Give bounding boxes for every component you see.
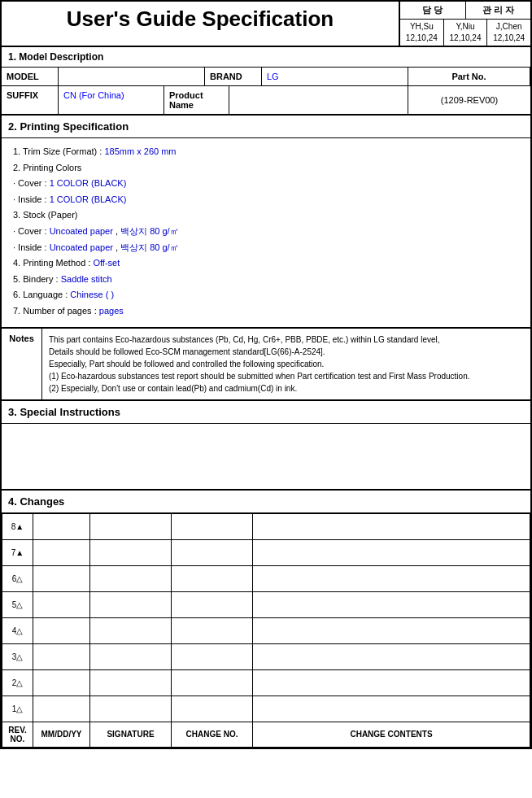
rev-cell: 7▲ — [2, 539, 33, 565]
person3-cell: J,Chen 12,10,24 — [487, 20, 530, 46]
item2b: · Inside : 1 COLOR (BLACK) — [13, 193, 519, 207]
date-cell — [33, 539, 90, 565]
date-cell — [33, 513, 90, 539]
header-right-top: 담 당 관 리 자 — [400, 2, 530, 20]
chgno-cell — [172, 591, 253, 617]
footer-contents: CHANGE CONTENTS — [253, 722, 530, 747]
item3a: · Cover : Uncoated paper , 백상지 80 g/㎡ — [13, 225, 519, 239]
footer-rev: REV. NO. — [2, 722, 33, 747]
brand-value: LG — [262, 68, 408, 85]
sig-cell — [90, 591, 172, 617]
chgno-cell — [172, 539, 253, 565]
item1: 1. Trim Size (Format) : 185mm x 260 mm — [13, 145, 519, 159]
person3-date: 12,10,24 — [493, 33, 525, 42]
contents-cell — [253, 696, 530, 722]
section3-header: 3. Special Instructions — [2, 401, 530, 424]
person1-name: YH,Su — [410, 22, 434, 31]
brand-label: BRAND — [205, 68, 262, 85]
notes-line2: Details should be followed Eco-SCM manag… — [49, 346, 524, 358]
changes-row-7: 1△ — [2, 696, 530, 722]
changes-table: 8▲ 7▲ 6△ 5△ 4△ — [2, 513, 530, 748]
rev-cell: 6△ — [2, 565, 33, 591]
section3-content — [2, 424, 530, 489]
item3b: · Inside : Uncoated paper , 백상지 80 g/㎡ — [13, 241, 519, 255]
sig-cell — [90, 565, 172, 591]
footer-date: MM/DD/YY — [33, 722, 90, 747]
changes-row-1: 7▲ — [2, 539, 530, 565]
document-title: User's Guide Specification — [10, 7, 390, 32]
rev-cell: 5△ — [2, 591, 33, 617]
contents-cell — [253, 669, 530, 696]
footer-change-no: CHANGE NO. — [172, 722, 253, 747]
sig-cell — [90, 617, 172, 643]
notes-line5: (2) Especially, Don't use or contain lea… — [49, 382, 524, 395]
sig-cell — [90, 696, 172, 722]
section2: 2. Printing Specification 1. Trim Size (… — [2, 116, 530, 329]
sig-cell — [90, 513, 172, 539]
section4-header: 4. Changes — [2, 491, 530, 513]
date-cell — [33, 591, 90, 617]
person2-date: 12,10,24 — [450, 33, 482, 42]
changes-row-4: 4△ — [2, 617, 530, 643]
part-no-label: Part No. — [408, 68, 530, 85]
item5: 5. Bindery : Saddle stitch — [13, 273, 519, 287]
notes-line3: Especially, Part should be followed and … — [49, 358, 524, 370]
section1: 1. Model Description MODEL BRAND LG Part… — [2, 47, 530, 116]
item6: 6. Language : Chinese ( ) — [13, 288, 519, 303]
chgno-cell — [172, 565, 253, 591]
date-cell — [33, 617, 90, 643]
date-cell — [33, 643, 90, 669]
sig-cell — [90, 539, 172, 565]
chgno-cell — [172, 696, 253, 722]
sig-cell — [90, 643, 172, 669]
rev-cell: 3△ — [2, 643, 33, 669]
section2-content: 1. Trim Size (Format) : 185mm x 260 mm 2… — [2, 138, 530, 327]
col2-label: 관 리 자 — [466, 2, 531, 19]
col1-label: 담 당 — [400, 2, 466, 19]
date-cell — [33, 669, 90, 696]
person3-name: J,Chen — [496, 22, 522, 31]
model-bottom-row: SUFFIX CN (For China) Product Name (1209… — [2, 86, 530, 114]
contents-cell — [253, 643, 530, 669]
contents-cell — [253, 539, 530, 565]
chgno-cell — [172, 643, 253, 669]
model-label: MODEL — [2, 68, 59, 85]
header-right: 담 당 관 리 자 YH,Su 12,10,24 Y,Niu 12,10,24 … — [400, 2, 530, 46]
changes-row-0: 8▲ — [2, 513, 530, 539]
person2-cell: Y,Niu 12,10,24 — [444, 20, 488, 46]
product-name-label: Product Name — [164, 86, 229, 114]
person1-cell: YH,Su 12,10,24 — [400, 20, 444, 46]
header-right-bottom: YH,Su 12,10,24 Y,Niu 12,10,24 J,Chen 12,… — [400, 20, 530, 46]
changes-footer-row: REV. NO. MM/DD/YY SIGNATURE CHANGE NO. C… — [2, 722, 530, 747]
person2-name: Y,Niu — [456, 22, 474, 31]
contents-cell — [253, 617, 530, 643]
rev-cell: 4△ — [2, 617, 33, 643]
suffix-label: SUFFIX — [2, 86, 59, 114]
contents-cell — [253, 591, 530, 617]
contents-cell — [253, 513, 530, 539]
suffix-value: CN (For China) — [59, 86, 164, 114]
date-cell — [33, 696, 90, 722]
notes-line1: This part contains Eco-hazardous substan… — [49, 334, 524, 346]
model-value — [59, 68, 205, 85]
section1-header: 1. Model Description — [2, 47, 530, 68]
item3: 3. Stock (Paper) — [13, 208, 519, 223]
notes-row: Notes This part contains Eco-hazardous s… — [2, 329, 530, 401]
sig-cell — [90, 669, 172, 696]
chgno-cell — [172, 513, 253, 539]
rev-cell: 8▲ — [2, 513, 33, 539]
notes-line4: (1) Eco-hazardous substances test report… — [49, 370, 524, 382]
header-row: User's Guide Specification 담 당 관 리 자 YH,… — [2, 2, 530, 47]
person1-date: 12,10,24 — [406, 33, 438, 42]
section4: 4. Changes 8▲ 7▲ 6△ 5△ — [2, 491, 530, 748]
chgno-cell — [172, 617, 253, 643]
contents-cell — [253, 565, 530, 591]
footer-signature: SIGNATURE — [90, 722, 172, 747]
section2-header: 2. Printing Specification — [2, 116, 530, 138]
changes-row-3: 5△ — [2, 591, 530, 617]
date-cell — [33, 565, 90, 591]
notes-content: This part contains Eco-hazardous substan… — [42, 329, 530, 399]
changes-row-2: 6△ — [2, 565, 530, 591]
chgno-cell — [172, 669, 253, 696]
rev-cell: 2△ — [2, 669, 33, 696]
